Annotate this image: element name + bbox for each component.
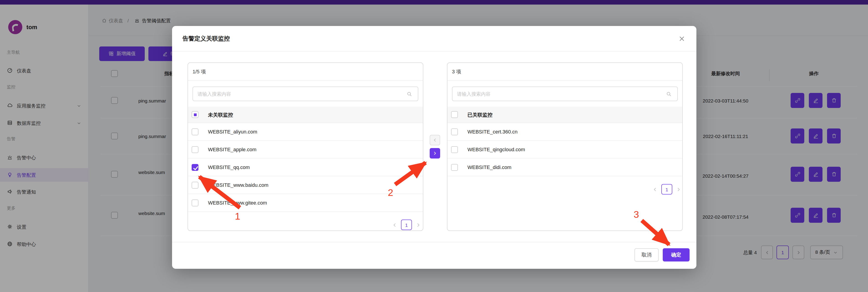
target-group-label: 已关联监控 (467, 112, 493, 118)
target-count: 3 项 (452, 68, 461, 75)
app-window: tom 主导航 仪表盘 监控 应用服务监控 数据库监控 (0, 0, 868, 292)
source-count: 1/5 项 (192, 68, 206, 75)
page-number-button[interactable]: 1 (661, 184, 672, 195)
list-item[interactable]: WEBSITE_aliyun.com (188, 123, 423, 141)
prev-page-button[interactable] (392, 222, 397, 228)
item-checkbox[interactable] (451, 128, 458, 135)
transfer-target-panel: 3 项 已关联监控 WEBSITE_cert.360.cn WEBSITE_qi… (447, 62, 683, 231)
list-item[interactable]: WEBSITE_cert.360.cn (447, 123, 682, 141)
next-page-button[interactable] (676, 187, 681, 192)
item-checkbox[interactable] (192, 200, 198, 206)
item-checkbox-checked[interactable] (192, 164, 198, 171)
confirm-button[interactable]: 确定 (663, 248, 689, 261)
close-icon (678, 35, 685, 42)
panel-divider (447, 80, 682, 81)
dialog-title: 告警定义关联监控 (183, 35, 230, 43)
item-checkbox[interactable] (451, 146, 458, 153)
target-select-all-checkbox[interactable] (451, 111, 458, 118)
chevron-right-icon (432, 151, 437, 156)
list-item[interactable]: WEBSITE_qingcloud.com (447, 141, 682, 158)
item-checkbox[interactable] (192, 182, 198, 188)
close-dialog-button[interactable] (678, 35, 685, 42)
transfer-to-left-button[interactable] (430, 135, 440, 145)
dialog-footer-divider (172, 242, 696, 242)
search-icon (666, 91, 672, 97)
cancel-button[interactable]: 取消 (634, 248, 659, 261)
source-group-header: 未关联监控 (188, 107, 423, 123)
next-page-button[interactable] (415, 222, 421, 228)
page-number-button[interactable]: 1 (401, 220, 412, 230)
item-checkbox[interactable] (192, 146, 198, 153)
item-checkbox[interactable] (451, 164, 458, 171)
source-search-input[interactable] (192, 87, 418, 101)
source-group-label: 未关联监控 (208, 112, 233, 118)
search-icon (406, 91, 412, 97)
source-select-all-checkbox[interactable] (192, 111, 198, 118)
transfer-source-panel: 1/5 项 未关联监控 WEBSITE_aliyun.com WEBSITE_a… (188, 62, 423, 231)
prev-page-button[interactable] (652, 187, 658, 192)
dialog-header-divider (172, 51, 696, 52)
list-item[interactable]: WEBSITE_www.gitee.com (188, 194, 423, 212)
list-item[interactable]: WEBSITE_apple.com (188, 141, 423, 158)
chevron-left-icon (432, 138, 437, 143)
target-search-input[interactable] (452, 87, 678, 101)
item-checkbox[interactable] (192, 128, 198, 135)
panel-divider (188, 80, 423, 81)
target-group-header: 已关联监控 (447, 107, 682, 123)
list-item[interactable]: WEBSITE_didi.com (447, 158, 682, 176)
list-item[interactable]: WEBSITE_www.baidu.com (188, 176, 423, 194)
list-item[interactable]: WEBSITE_qq.com (188, 158, 423, 176)
associate-monitor-dialog: 告警定义关联监控 1/5 项 未关联监控 WEBSITE_aliyun.com (172, 26, 696, 269)
transfer-to-right-button[interactable] (430, 148, 440, 158)
